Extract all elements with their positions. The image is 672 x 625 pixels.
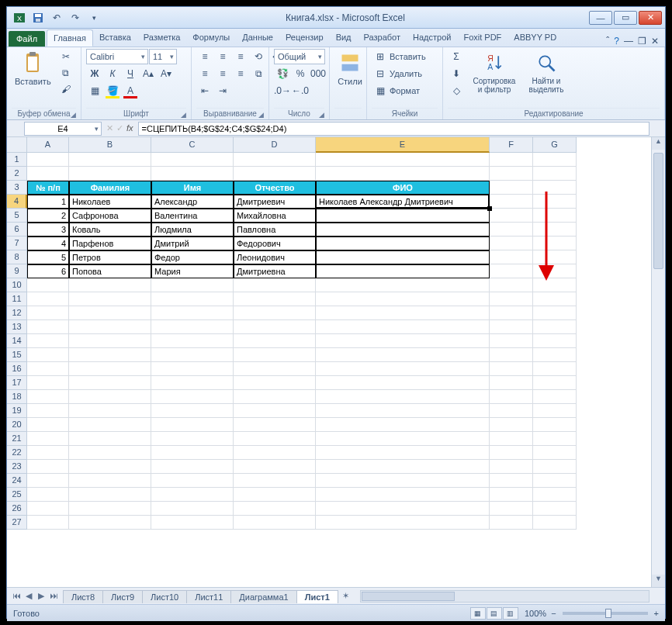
sheet-tab[interactable]: Лист9 (102, 590, 143, 603)
cell[interactable] (316, 167, 490, 181)
cell[interactable] (234, 278, 316, 292)
cell[interactable] (27, 292, 69, 306)
cell[interactable] (533, 278, 577, 292)
cell[interactable] (533, 404, 577, 418)
cell[interactable] (151, 334, 234, 348)
cell[interactable] (533, 223, 577, 237)
cell[interactable] (27, 348, 69, 362)
cell[interactable] (533, 153, 577, 167)
cell[interactable] (533, 306, 577, 320)
cell[interactable] (27, 404, 69, 418)
cell[interactable] (533, 432, 577, 446)
page-break-view-icon[interactable]: ▥ (503, 607, 518, 620)
row-header[interactable]: 13 (7, 320, 27, 334)
cell[interactable] (490, 516, 533, 530)
cell[interactable]: Дмитриевич (234, 195, 316, 209)
cell[interactable] (533, 181, 577, 195)
cell[interactable]: Отчество (234, 181, 316, 195)
scroll-down-icon[interactable]: ▼ (652, 575, 665, 587)
align-center-icon[interactable]: ≡ (214, 66, 231, 81)
ribbon-tab-рецензир[interactable]: Рецензир (279, 29, 330, 47)
cell[interactable] (490, 250, 533, 264)
cell[interactable] (234, 460, 316, 474)
cell[interactable] (151, 348, 234, 362)
italic-button[interactable]: К (104, 66, 121, 81)
align-middle-icon[interactable]: ≡ (214, 49, 231, 64)
cell[interactable] (69, 292, 151, 306)
cell[interactable]: Дмитриевна (234, 264, 316, 278)
cell[interactable] (316, 334, 490, 348)
cell[interactable]: Николаев (69, 195, 151, 209)
cell[interactable] (27, 390, 69, 404)
redo-icon[interactable]: ↷ (68, 10, 83, 26)
cell[interactable] (316, 418, 490, 432)
cell[interactable] (234, 320, 316, 334)
ribbon-tab-надстрой[interactable]: Надстрой (407, 29, 457, 47)
increase-decimal-icon[interactable]: .0→ (274, 83, 291, 98)
cell[interactable] (69, 334, 151, 348)
cell[interactable] (69, 320, 151, 334)
cell[interactable]: Попова (69, 264, 151, 278)
column-header-C[interactable]: C (151, 137, 234, 153)
cell[interactable] (533, 320, 577, 334)
cell[interactable] (27, 278, 69, 292)
row-header[interactable]: 9 (7, 264, 27, 278)
cell[interactable] (533, 474, 577, 488)
cell[interactable]: № п/п (27, 181, 69, 195)
row-header[interactable]: 22 (7, 446, 27, 460)
close-button[interactable]: ✕ (639, 11, 662, 25)
cell[interactable]: Николаев Александр Дмитриевич (316, 195, 490, 209)
row-header[interactable]: 12 (7, 306, 27, 320)
cell[interactable] (316, 237, 490, 250)
cell[interactable] (69, 418, 151, 432)
percent-icon[interactable]: % (292, 66, 309, 81)
font-launcher-icon[interactable]: ◢ (181, 111, 186, 119)
cell[interactable] (151, 432, 234, 446)
cell[interactable] (533, 460, 577, 474)
format-painter-icon[interactable]: 🖌 (57, 81, 74, 97)
cell[interactable] (27, 306, 69, 320)
cell[interactable]: Федорович (234, 237, 316, 250)
cell[interactable] (490, 432, 533, 446)
select-all-corner[interactable] (7, 137, 27, 153)
zoom-out-icon[interactable]: − (551, 609, 556, 618)
delete-cells-icon[interactable]: ⊟ (372, 66, 389, 81)
merge-icon[interactable]: ⧉ (250, 66, 267, 81)
clear-icon[interactable]: ◇ (448, 83, 465, 98)
number-launcher-icon[interactable]: ◢ (319, 111, 324, 119)
align-bottom-icon[interactable]: ≡ (232, 49, 249, 64)
cell[interactable] (490, 181, 533, 195)
cell[interactable] (490, 209, 533, 223)
cell[interactable] (27, 334, 69, 348)
zoom-slider[interactable] (563, 612, 648, 615)
copy-icon[interactable]: ⧉ (57, 65, 74, 81)
cell[interactable]: Александр (151, 195, 234, 209)
cell[interactable] (69, 306, 151, 320)
workbook-minimize-icon[interactable]: — (624, 36, 633, 47)
cell[interactable]: Парфенов (69, 237, 151, 250)
sheet-nav-next-icon[interactable]: ▶ (35, 591, 47, 601)
cell[interactable] (316, 306, 490, 320)
cell[interactable] (27, 460, 69, 474)
cell[interactable] (27, 167, 69, 181)
cell[interactable] (490, 223, 533, 237)
workbook-restore-icon[interactable]: ❐ (638, 36, 646, 47)
ribbon-tab-foxit pdf[interactable]: Foxit PDF (457, 29, 507, 47)
cell[interactable] (533, 362, 577, 376)
cell[interactable]: Павловна (234, 223, 316, 237)
column-header-B[interactable]: B (69, 137, 151, 153)
row-header[interactable]: 17 (7, 376, 27, 390)
cell[interactable] (234, 390, 316, 404)
cell[interactable] (316, 474, 490, 488)
row-header[interactable]: 10 (7, 278, 27, 292)
cell[interactable] (490, 502, 533, 516)
comma-icon[interactable]: 000 (310, 66, 327, 81)
name-box[interactable]: E4 (24, 122, 102, 136)
format-cells-label[interactable]: Формат (390, 86, 420, 95)
cell[interactable] (234, 167, 316, 181)
currency-icon[interactable]: 💱 (274, 66, 291, 81)
cell[interactable] (490, 362, 533, 376)
cell[interactable] (234, 334, 316, 348)
cell[interactable] (151, 167, 234, 181)
cell[interactable] (490, 292, 533, 306)
